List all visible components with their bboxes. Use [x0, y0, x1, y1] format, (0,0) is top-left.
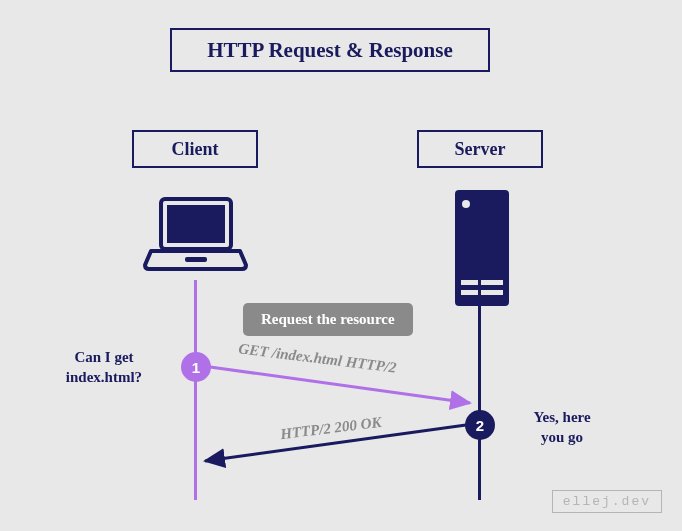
sequence-arrows — [0, 0, 682, 531]
server-icon — [453, 188, 511, 312]
diagram-title: HTTP Request & Response — [170, 28, 490, 72]
server-lifeline — [478, 280, 481, 500]
svg-rect-1 — [167, 205, 225, 243]
svg-line-7 — [210, 367, 470, 403]
svg-rect-2 — [185, 257, 207, 262]
step-badge-2: 2 — [465, 410, 495, 440]
svg-point-4 — [462, 200, 470, 208]
client-label: Client — [132, 130, 258, 168]
step-caption: Request the resource — [243, 303, 413, 336]
server-label: Server — [417, 130, 543, 168]
svg-rect-3 — [455, 190, 509, 306]
client-speech: Can I get index.html? — [44, 348, 164, 387]
response-line: HTTP/2 200 OK — [279, 414, 382, 443]
step-badge-1: 1 — [181, 352, 211, 382]
svg-rect-6 — [461, 290, 503, 295]
client-speech-l2: index.html? — [66, 369, 142, 385]
server-speech: Yes, here you go — [507, 408, 617, 447]
request-line: GET /index.html HTTP/2 — [238, 340, 398, 376]
server-speech-l1: Yes, here — [533, 409, 590, 425]
svg-rect-5 — [461, 280, 503, 285]
credit-label: ellej.dev — [552, 490, 662, 513]
laptop-icon — [143, 195, 248, 279]
server-speech-l2: you go — [541, 429, 583, 445]
client-lifeline — [194, 280, 197, 500]
client-speech-l1: Can I get — [74, 349, 133, 365]
